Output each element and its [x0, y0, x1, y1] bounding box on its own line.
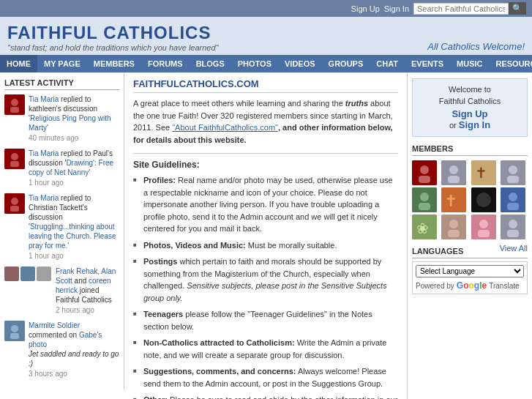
guideline-item: Photos, Videos and Music: Must be morall… [133, 239, 398, 252]
google-translate: Powered by Google Translate [416, 280, 524, 291]
nav-chat[interactable]: CHAT [370, 55, 405, 72]
member-thumb[interactable] [441, 160, 466, 185]
member-thumb[interactable] [501, 187, 525, 212]
members-grid: ✝ ✝ ❀ [412, 160, 528, 239]
member-thumb[interactable] [471, 187, 496, 212]
guideline-item: Other: Please be sure to read and abide … [133, 394, 398, 399]
avatar [4, 321, 25, 341]
svg-point-21 [509, 165, 517, 174]
avatar [4, 193, 25, 214]
nav-members[interactable]: MEMBERS [87, 55, 141, 72]
main-nav: HOME MY PAGE MEMBERS FORUMS BLOGS PHOTOS… [0, 55, 532, 72]
svg-point-29 [476, 193, 491, 207]
activity-text: Tia Maria replied to Christian Tackett's… [29, 193, 119, 261]
top-bar: Sign Up Sign In 🔍 [0, 0, 532, 17]
search-box: 🔍 [413, 2, 526, 15]
nav-photos[interactable]: PHOTOS [231, 55, 278, 72]
nav-home[interactable]: HOME [0, 55, 37, 72]
nav-music[interactable]: MUSIC [450, 55, 489, 72]
nav-resources[interactable]: RESOURCES [489, 55, 532, 72]
search-input[interactable] [413, 3, 509, 15]
member-thumb[interactable] [501, 160, 525, 185]
activity-text: Tia Maria replied to kathleen's discussi… [29, 94, 119, 143]
guideline-item: Teenagers please follow the "Teenager Gu… [133, 308, 398, 332]
activity-item: Tia Maria replied to kathleen's discussi… [4, 94, 119, 143]
svg-point-16 [449, 165, 458, 174]
intro-text: A great place to meet others while learn… [133, 97, 398, 146]
divider [133, 153, 398, 154]
main-layout: LATEST ACTIVITY Tia Maria replied to kat… [0, 72, 532, 399]
view-all-link[interactable]: View All [500, 244, 528, 253]
welcome-box: Welcome to Faithful Catholics Sign Up or… [412, 78, 528, 137]
svg-rect-40 [478, 230, 490, 237]
svg-point-13 [420, 165, 429, 174]
nav-events[interactable]: EVENTS [405, 55, 450, 72]
activity-text: Tia Maria replied to Paul's discussion '… [29, 149, 119, 187]
header: FAITHFUL CATHOLICS "stand fast; and hold… [0, 17, 532, 55]
guideline-item: Non-Catholics attracted to Catholicism: … [133, 337, 398, 361]
nav-videos[interactable]: VIDEOS [278, 55, 322, 72]
avatar [4, 266, 19, 281]
nav-mypage[interactable]: MY PAGE [37, 55, 87, 72]
signin-link-top[interactable]: Sign In [384, 4, 409, 13]
site-name-right: Faithful Catholics [419, 97, 521, 105]
guideline-item: Profiles: Real name and/or photo may be … [133, 174, 398, 235]
avatar [4, 94, 25, 115]
member-thumb[interactable]: ✝ [441, 187, 466, 212]
signin-link[interactable]: Sign In [459, 119, 490, 130]
svg-text:❀: ❀ [416, 220, 429, 236]
header-left: FAITHFUL CATHOLICS "stand fast; and hold… [7, 23, 219, 52]
activity-item: Marmite Soldier commented on Gabe's phot… [4, 321, 119, 379]
guideline-item: Suggestions, comments, and concerns: Alw… [133, 365, 398, 389]
member-thumb[interactable]: ✝ [471, 160, 496, 185]
member-thumb[interactable]: ❀ [412, 215, 437, 239]
right-sidebar: Welcome to Faithful Catholics Sign Up or… [408, 72, 532, 300]
center-content: FAITHFULCATHOLICS.COM A great place to m… [124, 72, 408, 399]
svg-point-42 [509, 220, 517, 228]
welcome-text: Welcome to [419, 85, 521, 94]
activity-item: Tia Maria replied to Paul's discussion '… [4, 149, 119, 187]
svg-point-4 [11, 153, 18, 160]
left-sidebar: LATEST ACTIVITY Tia Maria replied to kat… [0, 72, 124, 390]
svg-point-1 [11, 99, 18, 106]
svg-point-31 [509, 193, 517, 201]
member-thumb[interactable] [441, 215, 466, 239]
nav-forums[interactable]: FORUMS [141, 55, 190, 72]
svg-point-24 [420, 193, 429, 201]
svg-rect-14 [419, 176, 430, 183]
avatar [20, 266, 35, 281]
nav-groups[interactable]: GROUPS [322, 55, 370, 72]
signup-link[interactable]: Sign Up [452, 108, 487, 119]
latest-activity-title: LATEST ACTIVITY [4, 78, 119, 90]
member-thumb[interactable] [501, 215, 525, 239]
activity-text: Frank Rehak, Alan Scott and coreen herri… [56, 266, 119, 315]
nav-blogs[interactable]: BLOGS [190, 55, 231, 72]
language-select[interactable]: Select Language [416, 265, 524, 277]
svg-point-7 [11, 198, 18, 205]
svg-rect-25 [419, 203, 430, 210]
svg-text:✝: ✝ [475, 165, 487, 181]
activity-item: Tia Maria replied to Christian Tackett's… [4, 193, 119, 261]
or-label: or [449, 121, 457, 130]
language-box: Select Language Powered by Google Transl… [412, 261, 528, 294]
member-thumb[interactable] [412, 187, 437, 212]
svg-text:✝: ✝ [444, 192, 457, 210]
languages-section: LANGUAGES Select Language Powered by Goo… [412, 247, 528, 294]
guideline-item: Postings which pertain to faith and mora… [133, 256, 398, 304]
svg-point-39 [479, 220, 488, 228]
translate-label: Translate [489, 282, 519, 290]
members-title: MEMBERS [412, 144, 528, 156]
guidelines-title: Site Guidelines: [133, 160, 398, 170]
signup-link-top[interactable]: Sign Up [351, 4, 380, 13]
member-thumb[interactable] [412, 160, 437, 185]
svg-rect-17 [448, 176, 460, 183]
google-logo: Google [457, 280, 487, 291]
member-thumb[interactable] [471, 215, 496, 239]
guidelines-list: Profiles: Real name and/or photo may be … [133, 174, 398, 399]
activity-text: Marmite Soldier commented on Gabe's phot… [29, 321, 119, 379]
svg-point-10 [11, 325, 18, 332]
site-tagline: "stand fast; and hold the traditions whi… [7, 43, 219, 52]
search-button[interactable]: 🔍 [509, 2, 526, 15]
svg-rect-37 [448, 230, 460, 237]
svg-rect-43 [507, 230, 519, 237]
